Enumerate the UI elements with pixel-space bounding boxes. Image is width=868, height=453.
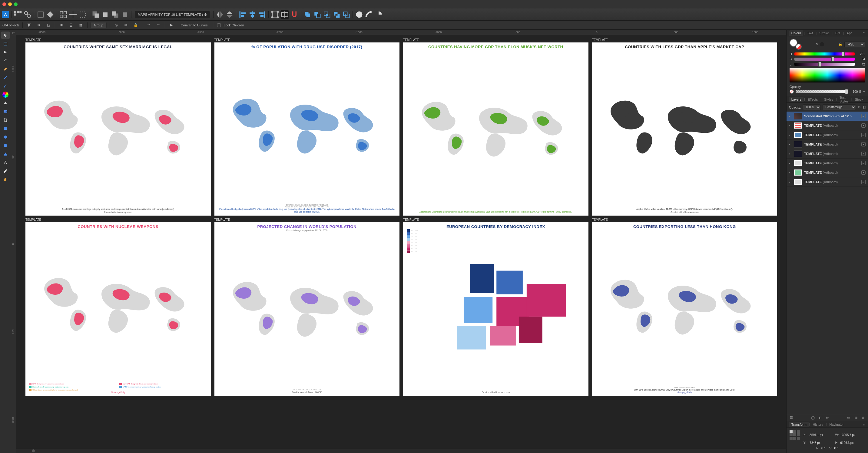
view-tool[interactable] [1, 176, 10, 183]
artboard[interactable]: TEMPLATEPROJECTED CHANGE IN WORLD'S POPU… [214, 218, 400, 395]
ellipse-tool[interactable] [1, 134, 10, 141]
layer-visibility-checkbox[interactable]: ✓ [861, 123, 866, 128]
layers-list[interactable]: ▸ Screenshot 2020-08-05 at 12.5 ✓▸ TEMPL… [786, 112, 868, 414]
layer-row[interactable]: ▸ TEMPLATE (Artboard) ✓ [786, 177, 868, 187]
artboard[interactable]: TEMPLATECOUNTRIES WITH NUCLEAR WEAPONS N… [26, 218, 211, 395]
hue-slider[interactable] [795, 53, 855, 56]
move-front-icon[interactable] [91, 10, 100, 19]
layer-row[interactable]: ▸ TEMPLATE (Artboard) ✓ [786, 159, 868, 168]
tab-textstyles[interactable]: Text Styles [837, 95, 851, 104]
align-left-icon[interactable] [238, 10, 247, 19]
layer-visibility-checkbox[interactable]: ✓ [861, 180, 866, 184]
snap-guides-icon[interactable] [69, 10, 77, 19]
dist-h-icon[interactable] [58, 22, 65, 28]
tab-stroke[interactable]: Stroke [817, 30, 831, 36]
colour-wells[interactable] [789, 39, 802, 50]
artboard-tool[interactable] [1, 40, 10, 47]
app-icon[interactable]: A [2, 11, 9, 18]
flip-vertical-icon[interactable] [225, 10, 234, 19]
layer-visibility-checkbox[interactable]: ✓ [861, 114, 866, 118]
artboard[interactable]: TEMPLATEEUROPEAN COUNTRIES BY DEMOCRACY … [403, 218, 588, 395]
corner-icon[interactable] [355, 10, 364, 19]
chevron-right-icon[interactable]: ▸ [789, 180, 792, 183]
corner-straight-icon[interactable] [374, 10, 383, 19]
artboard[interactable]: TEMPLATE% OF POPULATION WITH DRUG USE DI… [214, 37, 400, 216]
brush-tool[interactable] [1, 83, 10, 90]
tab-colour[interactable]: Colour [789, 30, 803, 36]
layer-row[interactable]: ▸ TEMPLATE (Artboard) ✓ [786, 131, 868, 140]
tab-effects[interactable]: Effects [806, 97, 820, 102]
artboard-tool-icon[interactable] [36, 10, 45, 19]
transform-panel-icon[interactable] [271, 10, 279, 19]
rounded-rect-tool[interactable] [1, 142, 10, 149]
place-image-tool[interactable] [1, 108, 10, 115]
layer-visibility-checkbox[interactable]: ✓ [861, 133, 866, 137]
panel-menu-icon[interactable]: ≡ [867, 97, 868, 102]
blend-range-icon[interactable]: ◧ [863, 105, 866, 109]
crop-tool[interactable] [1, 116, 10, 124]
adjust-icon[interactable]: ◐ [818, 416, 823, 420]
snap-toggle-icon[interactable] [290, 10, 299, 19]
layer-stack-icon[interactable]: ☰ [789, 416, 794, 420]
chevron-right-icon[interactable]: ▸ [789, 115, 792, 118]
convert-icon[interactable]: ▶ [168, 22, 175, 28]
show-all-icon[interactable]: ◎ [113, 22, 120, 28]
text-tool[interactable]: A [1, 159, 10, 166]
mask-icon[interactable]: ◯ [810, 416, 815, 420]
layers-opacity-select[interactable]: 100 % [803, 104, 821, 110]
layer-row[interactable]: ▸ Screenshot 2020-08-05 at 12.5 ✓ [786, 112, 868, 121]
rectangle-tool[interactable] [1, 125, 10, 132]
layer-row[interactable]: ▸ TEMPLATE (Artboard) ✓ [786, 168, 868, 177]
transform-w[interactable]: W:13205.7 px [835, 433, 865, 436]
move-tool[interactable] [1, 31, 10, 39]
scrollbar-horizontal[interactable] [17, 449, 786, 453]
artboard[interactable]: TEMPLATECOUNTRIES HAVING MORE GDP THAN E… [403, 37, 588, 216]
align-bottom-icon[interactable] [45, 22, 52, 28]
transparency-tool[interactable] [1, 100, 10, 107]
pencil-tool[interactable] [1, 74, 10, 81]
snap-grid-icon[interactable] [59, 10, 67, 19]
colour-picker-tool[interactable] [1, 167, 10, 175]
convert-curves-button[interactable]: Convert to Curves [178, 23, 211, 28]
artboard[interactable]: TEMPLATECOUNTRIES WHERE SAME-SEX MARRIAG… [26, 37, 211, 216]
hide-icon[interactable]: 👁 [123, 22, 129, 28]
anchor-selector[interactable] [789, 430, 802, 440]
colour-spectrum[interactable] [789, 68, 865, 83]
light-slider[interactable] [795, 63, 855, 66]
minimize-window[interactable] [8, 2, 12, 6]
artboard[interactable]: TEMPLATECOUNTRIES EXPORTING LESS THAN HO… [592, 218, 777, 395]
viewport[interactable]: TEMPLATECOUNTRIES WHERE SAME-SEX MARRIAG… [17, 35, 786, 453]
chevron-right-icon[interactable]: ▸ [789, 162, 792, 165]
gear-icon[interactable]: ⚙ [858, 105, 861, 109]
layer-visibility-checkbox[interactable]: ✓ [861, 161, 866, 165]
tab-stock[interactable]: Stock [853, 97, 866, 102]
tab-layers[interactable]: Layers [789, 97, 804, 102]
close-window[interactable] [2, 2, 6, 6]
snap-bounds-icon[interactable] [79, 10, 87, 19]
layer-visibility-checkbox[interactable]: ✓ [861, 142, 866, 146]
add-pixel-layer-icon[interactable]: ▦ [854, 416, 858, 420]
lock-icon[interactable]: 🔒 [132, 22, 139, 28]
layers-blend-select[interactable]: Passthrough [823, 104, 856, 110]
ruler-vertical[interactable]: -1000-50005001000 [11, 35, 17, 453]
maximize-window[interactable] [14, 2, 18, 6]
ruler-horizontal[interactable]: -3500-3000-2500-2000-1500-1000-500050010… [11, 30, 786, 35]
tab-history[interactable]: History [810, 422, 825, 427]
document-title[interactable]: MAPS AFFINITY TOP 10 LIST TEMPLATE ( ✽ [135, 11, 210, 18]
fill-tool[interactable] [1, 91, 10, 98]
persona-vector-icon[interactable] [13, 10, 22, 19]
symbol-icon[interactable] [46, 10, 55, 19]
boolean-intersect-icon[interactable] [322, 10, 331, 19]
pen-tool[interactable] [1, 65, 10, 73]
add-layer-icon[interactable]: ▭ [846, 416, 851, 420]
chevron-right-icon[interactable]: ▸ [789, 134, 792, 137]
insert-target-icon[interactable] [280, 10, 289, 19]
chevron-right-icon[interactable]: ▸ [789, 124, 792, 127]
align-center-h-icon[interactable] [248, 10, 256, 19]
corner-tool[interactable] [1, 57, 10, 64]
node-tool[interactable] [1, 49, 10, 56]
lock-children-checkbox[interactable] [217, 23, 221, 27]
move-back-icon[interactable] [121, 10, 129, 19]
tab-swatches[interactable]: Swt [805, 30, 815, 36]
none-swatch[interactable] [789, 89, 794, 94]
